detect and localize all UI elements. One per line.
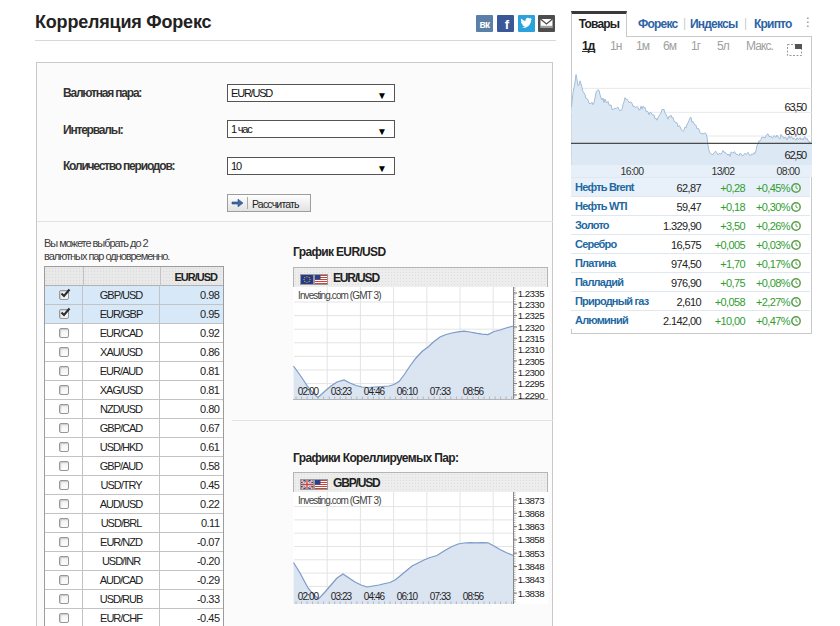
svg-text:1.3838: 1.3838: [518, 588, 544, 599]
svg-text:1.2290: 1.2290: [518, 390, 545, 400]
svg-text:1.2335: 1.2335: [518, 288, 544, 299]
svg-text:1.2310: 1.2310: [518, 344, 545, 355]
svg-text:03:23: 03:23: [331, 591, 353, 602]
svg-text:02:00: 02:00: [298, 386, 320, 397]
svg-text:1.2320: 1.2320: [518, 322, 545, 333]
svg-text:04:46: 04:46: [364, 591, 386, 602]
svg-text:03:23: 03:23: [331, 386, 353, 397]
svg-text:вк: вк: [479, 19, 491, 30]
svg-text:1.3853: 1.3853: [518, 548, 544, 559]
svg-text:1.2315: 1.2315: [518, 333, 544, 344]
svg-text:63,50: 63,50: [784, 101, 807, 113]
svg-text:1.3873: 1.3873: [518, 495, 544, 506]
svg-text:1.2295: 1.2295: [518, 378, 544, 389]
svg-text:04:46: 04:46: [364, 386, 386, 397]
svg-text:07:33: 07:33: [430, 591, 452, 602]
svg-text:1.3843: 1.3843: [518, 574, 544, 585]
svg-text:f: f: [505, 17, 510, 32]
svg-text:1.2300: 1.2300: [518, 367, 545, 378]
svg-text:06:10: 06:10: [397, 386, 419, 397]
svg-text:08:56: 08:56: [463, 386, 485, 397]
svg-text:1.2305: 1.2305: [518, 356, 544, 367]
svg-text:63,00: 63,00: [784, 125, 807, 137]
svg-text:16:00: 16:00: [621, 165, 645, 177]
svg-text:1.3863: 1.3863: [518, 521, 544, 532]
svg-text:1.3848: 1.3848: [518, 561, 544, 572]
svg-text:1.2325: 1.2325: [518, 310, 544, 321]
svg-text:08:00: 08:00: [777, 165, 801, 177]
svg-text:1.3868: 1.3868: [518, 508, 544, 519]
svg-text:13/02: 13/02: [712, 165, 736, 177]
svg-text:02:00: 02:00: [298, 591, 320, 602]
svg-text:1.3858: 1.3858: [518, 534, 544, 545]
svg-text:07:33: 07:33: [430, 386, 452, 397]
svg-text:1.2330: 1.2330: [518, 299, 545, 310]
svg-text:06:10: 06:10: [397, 591, 419, 602]
svg-text:62,50: 62,50: [784, 149, 807, 161]
svg-text:08:56: 08:56: [463, 591, 485, 602]
